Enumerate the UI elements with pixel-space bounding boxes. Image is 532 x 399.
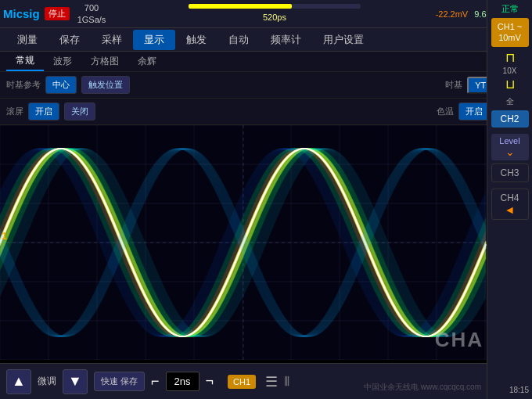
ch1-marker: 1 [2, 231, 7, 242]
ch4-btn[interactable]: CH4 ◄ [491, 189, 529, 220]
menu-item-4[interactable]: 触发 [175, 30, 217, 50]
timebase-val: 520ps [263, 13, 286, 22]
display-label: 滚屏 [6, 106, 23, 117]
center-btn[interactable]: 中心 [45, 76, 77, 94]
sample-rate: 1GSa/s [77, 14, 106, 25]
ct-open-btn[interactable]: 开启 [458, 102, 490, 120]
sub-item-2[interactable]: 方格图 [81, 52, 128, 70]
close-btn[interactable]: 关闭 [64, 102, 95, 120]
level-arrow-icon: ⌄ [494, 146, 526, 158]
nav-up-btn[interactable]: ▲ [6, 369, 31, 394]
ch1-line1: CH1 ~ [498, 22, 523, 31]
sub-item-3[interactable]: 余辉 [128, 52, 166, 70]
timebase-bar-inner [189, 4, 292, 9]
control-row: 时基参考 中心 触发位置 时基 YT XY [0, 72, 532, 99]
menu-item-1[interactable]: 保存 [49, 30, 91, 50]
cha-overlay: CHA [435, 328, 483, 352]
menu-item-6[interactable]: 频率计 [260, 30, 312, 50]
stop-badge[interactable]: 停止 [45, 7, 70, 20]
timebase-ns-display: 2ns [166, 372, 200, 391]
timebase-ref-label: 时基参考 [6, 79, 41, 91]
sample-rate-val: 700 [84, 2, 99, 13]
square-wave-down-icon: ⊔ [505, 77, 515, 92]
right-status: 正常 [501, 3, 519, 15]
voltage-info: -22.2mV [436, 9, 469, 19]
sub-item-0[interactable]: 常规 [6, 52, 44, 71]
menu-item-7[interactable]: 用户设置 [312, 30, 375, 50]
ch1-indicator[interactable]: CH1 [228, 375, 256, 389]
timebase-bar [189, 4, 361, 9]
timebase-label: 时基 [445, 79, 462, 91]
ch3-btn[interactable]: CH3 [491, 164, 529, 182]
square-wave-up-icon: ⊓ [505, 50, 515, 65]
fine-label: 微调 [38, 375, 56, 388]
level-label: Level [499, 136, 519, 146]
menu-item-0[interactable]: 测量 [6, 30, 49, 50]
x10-badge: 10X [503, 66, 517, 75]
level-btn[interactable]: Level ⌄ [491, 134, 529, 160]
right-panel: 正常 CH1 ~ 10mV ⊓ 10X ⊔ 全 CH2 Level ⌄ CH3 … [487, 0, 532, 399]
menu-item-5[interactable]: 自动 [217, 30, 260, 50]
menu-lines-icon[interactable]: ☰ [265, 373, 278, 390]
watermark: 中国业余无线电 www.cqcqcq.com [364, 382, 481, 393]
top-bar: Micsig 停止 700 1GSa/s 520ps -22.2mV 9.6mV… [0, 0, 532, 28]
trigger-pos-btn[interactable]: 触发位置 [81, 76, 130, 94]
open-btn[interactable]: 开启 [28, 102, 59, 120]
waveform-canvas [0, 125, 487, 360]
ch1-btn[interactable]: CH1 ~ 10mV [491, 18, 529, 47]
menu-item-2[interactable]: 采样 [91, 30, 133, 50]
ch4-arrow-icon: ◄ [497, 203, 523, 216]
logo: Micsig [3, 7, 40, 20]
vert-lines-icon[interactable]: ⦀ [284, 373, 290, 390]
ch4-label: CH4 [500, 192, 519, 203]
wave-left-icon: ⌐ [151, 373, 160, 390]
timebase-display: 520ps [113, 4, 435, 23]
wave-right-icon: ¬ [206, 373, 214, 390]
ch1-line2: 10mV [498, 33, 521, 42]
sample-info: 700 1GSa/s [77, 2, 106, 25]
nav-down-btn[interactable]: ▼ [63, 369, 88, 394]
time-display: 18:15 [509, 386, 529, 394]
full-label: 全 [506, 96, 514, 107]
ch2-btn[interactable]: CH2 [491, 110, 529, 128]
control-row2: 滚屏 开启 关闭 色温 开启 关闭 [0, 99, 532, 125]
sub-item-1[interactable]: 波形 [44, 52, 81, 70]
main-menu: 测量保存采样显示触发自动频率计用户设置 [0, 28, 532, 52]
waveform-area: 1 [0, 125, 487, 360]
quick-save-btn[interactable]: 快速 保存 [94, 372, 145, 390]
color-temp-label: 色温 [437, 106, 454, 117]
sub-menu: 常规波形方格图余辉 [0, 52, 532, 72]
menu-item-3[interactable]: 显示 [133, 30, 175, 50]
bottom-bar: ▲ 微调 ▼ 快速 保存 ⌐ 2ns ¬ CH1 ☰ ⦀ [0, 363, 487, 399]
